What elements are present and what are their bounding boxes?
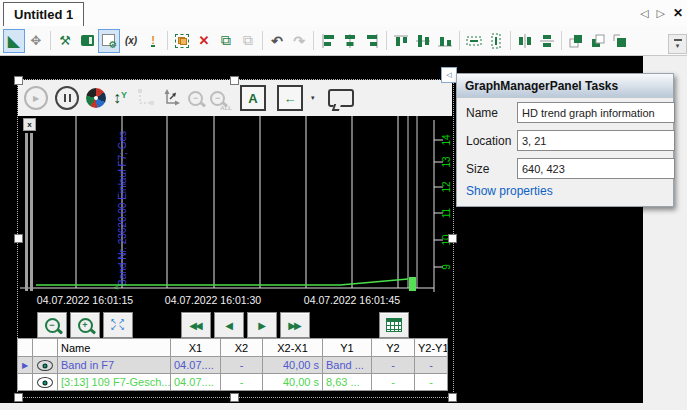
redo-button[interactable]: ↷ (288, 29, 310, 53)
close-tab-icon[interactable]: ✕ (673, 6, 683, 20)
y2-cell[interactable]: - (372, 374, 415, 391)
show-properties-link[interactable]: Show properties (466, 184, 553, 198)
fast-forward-button[interactable]: ▶▶ (280, 312, 310, 338)
step-backward-button[interactable]: ◀ (214, 312, 244, 338)
function-button[interactable]: (x) (120, 29, 142, 53)
cursor-lines[interactable] (408, 116, 417, 288)
align-bottom-button[interactable] (434, 29, 456, 53)
next-tab-icon[interactable]: ▷ (656, 7, 664, 20)
copy-button[interactable]: ⧉ (215, 29, 237, 53)
x1-cell[interactable]: 04.07.... (171, 374, 221, 391)
name-cell[interactable]: Band in F7 (58, 357, 171, 374)
same-width-button[interactable] (463, 29, 485, 53)
delete-button[interactable]: ✕ (193, 29, 215, 53)
pause-button[interactable] (55, 86, 79, 110)
container-button[interactable] (171, 29, 193, 53)
zoom-out-axes-button[interactable]: − (188, 91, 203, 106)
resize-handle-bottom-right[interactable] (448, 393, 457, 402)
back-arrow-button[interactable]: ← (277, 85, 303, 111)
comment-button[interactable] (328, 89, 354, 107)
function-icon: (x) (125, 35, 137, 46)
same-height-button[interactable] (485, 29, 507, 53)
column-header-y2[interactable]: Y2 (372, 339, 415, 357)
current-row-marker: ▶ (18, 357, 33, 374)
x2-cell[interactable]: - (221, 374, 263, 391)
resize-handle-bottom-left[interactable] (14, 393, 23, 402)
eye-icon (37, 360, 53, 371)
y1-cell[interactable]: 8,63 ... (323, 374, 372, 391)
location-field[interactable]: 3, 21 (517, 130, 675, 151)
form-settings-button[interactable]: ⚙ (98, 29, 120, 53)
undo-button[interactable]: ↶ (266, 29, 288, 53)
column-header-x2[interactable]: X2 (221, 339, 263, 357)
calendar-button[interactable] (379, 312, 409, 338)
axes-button[interactable] (134, 88, 154, 108)
step-forward-button[interactable]: ▶ (247, 312, 277, 338)
table-row[interactable]: [3:13] 109 F7-Gesch... 04.07.... - 40,00… (18, 374, 448, 391)
prev-tab-icon[interactable]: ◁ (640, 7, 648, 20)
size-label: Size (466, 162, 489, 176)
library-button[interactable] (76, 29, 98, 53)
visibility-cell[interactable] (33, 374, 58, 391)
pan-axes-button[interactable] (161, 88, 181, 108)
play-button[interactable]: ▶ (24, 86, 48, 110)
toolbar-overflow-button[interactable]: ▾ (668, 34, 687, 54)
align-center-button[interactable] (339, 29, 361, 53)
bring-to-front-button[interactable] (565, 29, 587, 53)
zoom-out-button[interactable]: − (37, 312, 67, 338)
smart-tag-button[interactable]: ◁ (441, 67, 457, 83)
trend-plot[interactable]: Band Nr. 23620.00 Einlauf F7; Ges < 9 10… (17, 116, 457, 312)
axis-scrollbar[interactable] (25, 133, 28, 291)
name-cell[interactable]: [3:13] 109 F7-Gesch... (58, 374, 171, 391)
marker-button[interactable]: ! (142, 29, 164, 53)
y-scale-button[interactable]: ↕Y (113, 90, 127, 106)
tab-untitled-1[interactable]: Untitled 1 (3, 2, 84, 26)
resize-handle-middle-left[interactable] (14, 234, 23, 243)
tools-button[interactable]: ⚒ (54, 29, 76, 53)
fast-backward-button[interactable]: ◀◀ (181, 312, 211, 338)
color-wheel-button[interactable] (86, 88, 106, 108)
location-label: Location (466, 134, 511, 148)
x2-cell[interactable]: - (221, 357, 263, 374)
resize-handle-middle-right[interactable] (448, 234, 457, 243)
y1-cell[interactable]: Band ... (323, 357, 372, 374)
size-field[interactable]: 640, 423 (517, 158, 675, 179)
center-horizontal-button[interactable] (514, 29, 536, 53)
dropdown-caret-icon[interactable]: ▾ (311, 94, 315, 102)
row-selector-cell[interactable] (18, 374, 33, 391)
resize-handle-top-left[interactable] (14, 76, 23, 85)
resize-handle-top-center[interactable] (230, 76, 239, 85)
cursor-value-bar[interactable] (409, 277, 416, 291)
text-annotation-button[interactable]: A (240, 85, 266, 111)
column-header-y1[interactable]: Y1 (323, 339, 372, 357)
align-top-button[interactable] (390, 29, 412, 53)
align-right-button[interactable] (361, 29, 383, 53)
x2x1-cell[interactable]: 40,00 s (263, 374, 323, 391)
visibility-cell[interactable] (33, 357, 58, 374)
column-header-x1[interactable]: X1 (171, 339, 221, 357)
send-to-back-button[interactable] (587, 29, 609, 53)
table-row[interactable]: ▶ Band in F7 04.07.... - 40,00 s Band ..… (18, 357, 448, 374)
select-tool-button[interactable]: ◣ (3, 29, 25, 53)
x2x1-cell[interactable]: 40,00 s (263, 357, 323, 374)
column-header-y2y1[interactable]: Y2-Y1 (415, 339, 448, 357)
move-tool-button[interactable]: ✥ (25, 29, 47, 53)
name-field[interactable]: HD trend graph information (517, 102, 675, 123)
align-middle-button[interactable] (412, 29, 434, 53)
column-header-name[interactable]: Name (58, 339, 171, 357)
zoom-in-button[interactable]: + (70, 312, 100, 338)
x1-cell[interactable]: 04.07.... (171, 357, 221, 374)
column-header-x2x1[interactable]: X2-X1 (263, 339, 323, 357)
axis-scrollbar[interactable] (30, 133, 33, 291)
plot-close-button[interactable]: x (23, 118, 36, 131)
resize-handle-bottom-center[interactable] (230, 393, 239, 402)
zoom-all-button[interactable]: −ALL (210, 91, 225, 106)
y2y1-cell[interactable]: - (415, 374, 448, 391)
y2y1-cell[interactable]: - (415, 357, 448, 374)
center-vertical-button[interactable] (536, 29, 558, 53)
fit-view-button[interactable]: ↖↗↙↘ (103, 312, 133, 338)
order-button[interactable] (609, 29, 631, 53)
align-left-button[interactable] (317, 29, 339, 53)
paste-button[interactable]: ⧉ (237, 29, 259, 53)
y2-cell[interactable]: - (372, 357, 415, 374)
